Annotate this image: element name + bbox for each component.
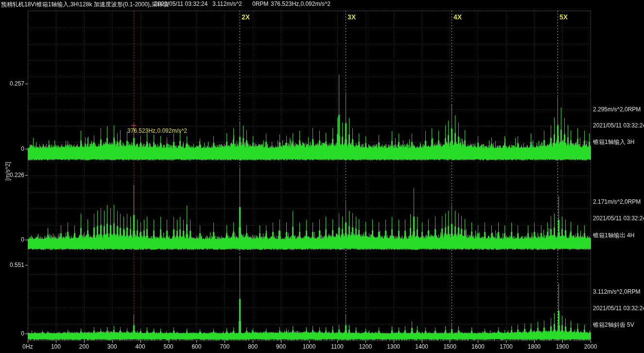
x-tick-label: 600 (186, 343, 207, 350)
x-tick-label: 900 (270, 343, 292, 350)
panel-1-info-line: 2.295m/s^2,0RPM (593, 106, 641, 113)
x-tick-label: 1600 (467, 343, 488, 350)
x-tick-label: 1000 (298, 343, 320, 350)
x-tick-label: 1800 (523, 343, 545, 350)
x-tick-label: 1500 (439, 343, 461, 350)
header-datetime: 2021/05/11 03:32:24 (155, 0, 208, 7)
spectrum-canvas[interactable] (0, 0, 644, 353)
x-tick-label: 300 (102, 343, 123, 350)
header-overall-value: 3.112m/s^2 (212, 0, 242, 7)
x-tick-label: 1400 (411, 343, 433, 350)
cursor-annotation[interactable]: 376.523Hz,0.092m/s^2 (127, 127, 187, 134)
x-tick-label: 700 (214, 343, 235, 350)
panel-2-info-line: 2.171m/s^2,0RPM (593, 198, 641, 205)
x-tick-label: 100 (45, 343, 67, 350)
panel-3-info-line: 2021/05/11 03:32:24 (593, 305, 644, 312)
harmonic-label-2x: 2X (242, 13, 250, 21)
harmonic-label-3x: 3X (348, 13, 356, 21)
panel-1-info-line: 锥箱1轴输入 3H (593, 138, 634, 146)
panel-2-info-line: 锥箱1轴输出 4H (593, 231, 634, 240)
x-tick-label: 1100 (327, 343, 348, 350)
header-rpm-value: 0RPM (252, 0, 268, 7)
y-tick-label: 0 (2, 330, 24, 337)
spectrum-analyzer-window: 预精轧机18V\锥箱1轴输入,3H\128k 加速度波形(0.1-2000),采… (0, 0, 644, 353)
panel-3-info-line: 锥箱2轴斜齿 5V (593, 321, 634, 329)
x-tick-label: 200 (73, 343, 95, 350)
y-tick-label: 0 (2, 236, 24, 243)
panel-2-info-line: 2021/05/11 03:32:24 (593, 215, 644, 222)
panel-1-info-line: 2021/05/11 03:32:24 (593, 122, 644, 129)
x-tick-label: 1700 (495, 343, 517, 350)
y-tick-label: 0.257 (2, 80, 24, 87)
harmonic-label-5x: 5X (559, 13, 568, 21)
x-tick-label: 400 (130, 343, 151, 350)
harmonic-label-4x: 4X (453, 13, 462, 21)
x-tick-label: 0Hz (17, 343, 38, 350)
x-tick-label: 800 (242, 343, 263, 350)
panel-3-info-line: 3.112m/s^2,0RPM (593, 288, 640, 295)
x-tick-label: 2000 (580, 343, 601, 350)
y-tick-label: 0 (2, 145, 24, 152)
x-tick-label: 500 (158, 343, 179, 350)
header-title: 预精轧机18V\锥箱1轴输入,3H\128k 加速度波形(0.1-2000),采… (1, 0, 169, 7)
y-tick-label: 0.551 (2, 262, 24, 268)
x-tick-label: 1300 (383, 343, 404, 350)
y-tick-label: 0.226 (2, 172, 24, 178)
y-axis-unit-label: [m/s^2] (4, 157, 11, 186)
x-tick-label: 1900 (552, 343, 573, 350)
x-tick-label: 1200 (355, 343, 376, 350)
header-cursor-readout: 376.523Hz,0.092m/s^2 (271, 0, 331, 7)
